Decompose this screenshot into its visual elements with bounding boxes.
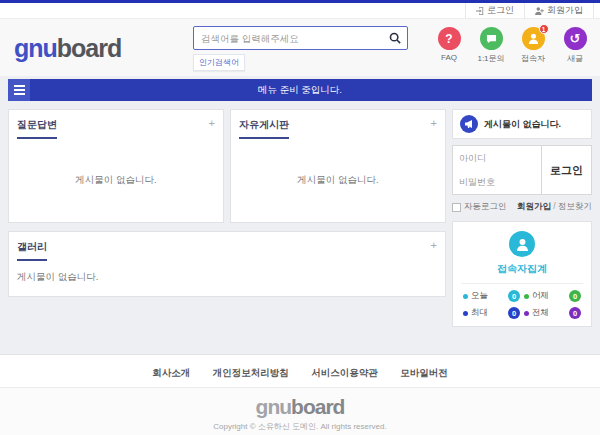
copyright-text: Copyright © 소유하신 도메인. All rights reserve… bbox=[0, 421, 600, 432]
visitor-stats-grid: 오늘 0 어제 0 최대 0 전체 0 bbox=[453, 290, 591, 319]
max-dot bbox=[463, 311, 468, 316]
free-board-title[interactable]: 자유게시판 bbox=[239, 118, 289, 139]
visitor-icon: 1 bbox=[522, 27, 545, 50]
hamburger-menu-button[interactable] bbox=[8, 79, 30, 101]
topbar: 로그인 회원가입 bbox=[0, 3, 600, 19]
login-label: 로그인 bbox=[487, 4, 514, 17]
total-value: 0 bbox=[569, 307, 581, 319]
left-column: 질문답변 + 게시물이 없습니다. 자유게시판 + 게시물이 없습니다. 갤러리 bbox=[8, 109, 446, 297]
gallery-empty-text: 게시물이 없습니다. bbox=[9, 261, 445, 296]
free-board-empty-text: 게시물이 없습니다. bbox=[231, 139, 445, 222]
visitor-stats-box: 접속자집계 오늘 0 어제 0 최대 0 bbox=[452, 221, 592, 327]
free-board-more-button[interactable]: + bbox=[431, 118, 437, 128]
max-value: 0 bbox=[508, 307, 520, 319]
widget-qna: 질문답변 + 게시물이 없습니다. bbox=[8, 109, 224, 223]
stat-max: 최대 0 bbox=[461, 307, 522, 319]
sign-in-icon bbox=[476, 7, 484, 15]
person-glyph bbox=[528, 33, 539, 44]
member-links: 회원가입 / 정보찾기 bbox=[517, 201, 592, 213]
quick-menu: ? FAQ 1:1문의 1 접속자 ↺ 새글 bbox=[432, 27, 592, 64]
footer-logo-suffix: board bbox=[291, 395, 344, 418]
quick-faq[interactable]: ? FAQ bbox=[432, 27, 466, 64]
footer-link-terms[interactable]: 서비스이용약관 bbox=[311, 367, 378, 378]
qna-title[interactable]: 질문답변 bbox=[17, 118, 57, 139]
user-plus-icon bbox=[535, 7, 544, 15]
spacer bbox=[0, 335, 600, 354]
login-link[interactable]: 로그인 bbox=[465, 3, 524, 18]
popular-keywords-button[interactable]: 인기검색어 bbox=[193, 54, 245, 71]
notice-text: 게시물이 없습니다. bbox=[484, 118, 561, 131]
search-box bbox=[193, 26, 408, 50]
person-glyph bbox=[516, 238, 529, 251]
today-value: 0 bbox=[508, 290, 520, 302]
visitor-stats-icon bbox=[509, 231, 535, 257]
footer: gnuboard Copyright © 소유하신 도메인. All right… bbox=[0, 388, 600, 435]
qna-more-button[interactable]: + bbox=[209, 118, 215, 128]
faq-glyph: ? bbox=[445, 32, 452, 46]
auto-login-checkbox-row[interactable]: 자동로그인 bbox=[452, 201, 507, 213]
today-dot bbox=[463, 294, 468, 299]
logo-suffix: board bbox=[57, 34, 121, 62]
faq-icon: ? bbox=[438, 27, 461, 50]
search-button[interactable] bbox=[383, 27, 407, 49]
search-input[interactable] bbox=[194, 33, 383, 44]
quick-new-posts-label: 새글 bbox=[567, 53, 583, 64]
widget-free-board: 자유게시판 + 게시물이 없습니다. bbox=[230, 109, 446, 223]
footer-link-privacy[interactable]: 개인정보처리방침 bbox=[213, 367, 289, 378]
stat-total: 전체 0 bbox=[522, 307, 583, 319]
quick-inquiry[interactable]: 1:1문의 bbox=[474, 27, 508, 64]
quick-new-posts[interactable]: ↺ 새글 bbox=[558, 27, 592, 64]
footer-link-mobile[interactable]: 모바일버전 bbox=[400, 367, 448, 378]
total-dot bbox=[524, 311, 529, 316]
history-arrow-icon: ↺ bbox=[564, 27, 587, 50]
divider bbox=[461, 283, 583, 284]
site-logo[interactable]: gnuboard bbox=[14, 34, 121, 63]
qna-empty-text: 게시물이 없습니다. bbox=[9, 139, 223, 222]
footer-links-bar: 회사소개 개인정보처리방침 서비스이용약관 모바일버전 bbox=[0, 354, 600, 388]
search-icon bbox=[389, 32, 401, 44]
quick-visitors[interactable]: 1 접속자 bbox=[516, 27, 550, 64]
signup-label: 회원가입 bbox=[547, 4, 583, 17]
login-password-field[interactable] bbox=[453, 170, 541, 194]
find-info-link[interactable]: 정보찾기 bbox=[558, 201, 592, 211]
visitor-stats-title: 접속자집계 bbox=[453, 262, 591, 276]
footer-logo-prefix: gnu bbox=[256, 395, 291, 418]
yesterday-value: 0 bbox=[569, 290, 581, 302]
content: 질문답변 + 게시물이 없습니다. 자유게시판 + 게시물이 없습니다. 갤러리 bbox=[0, 101, 600, 335]
today-label: 오늘 bbox=[471, 290, 488, 302]
signup-link[interactable]: 회원가입 bbox=[524, 3, 594, 18]
yesterday-dot bbox=[524, 294, 529, 299]
notice-box[interactable]: 게시물이 없습니다. bbox=[452, 109, 592, 139]
max-label: 최대 bbox=[471, 307, 488, 319]
stat-today: 오늘 0 bbox=[461, 290, 522, 302]
footer-link-company[interactable]: 회사소개 bbox=[152, 367, 190, 378]
login-id-field[interactable] bbox=[453, 146, 541, 170]
menubar-message: 메뉴 준비 중입니다. bbox=[258, 84, 342, 97]
auto-login-checkbox[interactable] bbox=[452, 203, 461, 212]
signup-link-small[interactable]: 회원가입 bbox=[517, 201, 551, 211]
total-label: 전체 bbox=[532, 307, 549, 319]
header: gnuboard 인기검색어 ? FAQ 1:1문의 1 접속자 bbox=[0, 19, 600, 76]
logo-prefix: gnu bbox=[14, 34, 57, 62]
yesterday-label: 어제 bbox=[532, 290, 549, 302]
board-widgets-row: 질문답변 + 게시물이 없습니다. 자유게시판 + 게시물이 없습니다. bbox=[8, 109, 446, 223]
quick-inquiry-label: 1:1문의 bbox=[477, 53, 504, 64]
chat-bubble-icon bbox=[480, 27, 503, 50]
stat-yesterday: 어제 0 bbox=[522, 290, 583, 302]
widget-gallery: 갤러리 + 게시물이 없습니다. bbox=[8, 231, 446, 297]
sidebar: 게시물이 없습니다. 로그인 자동로그인 회원가입 / 정보찾기 bbox=[452, 109, 592, 327]
login-options-row: 자동로그인 회원가입 / 정보찾기 bbox=[452, 201, 592, 213]
gallery-title[interactable]: 갤러리 bbox=[17, 240, 47, 261]
auto-login-label: 자동로그인 bbox=[464, 201, 507, 213]
links-separator: / bbox=[553, 201, 555, 211]
gallery-more-button[interactable]: + bbox=[431, 240, 437, 250]
quick-visitors-label: 접속자 bbox=[521, 53, 545, 64]
megaphone-icon bbox=[460, 115, 478, 133]
quick-faq-label: FAQ bbox=[441, 53, 457, 62]
search-area: 인기검색어 bbox=[193, 26, 408, 71]
footer-logo: gnuboard bbox=[0, 395, 600, 419]
visitor-count-badge: 1 bbox=[539, 24, 549, 34]
login-button[interactable]: 로그인 bbox=[541, 146, 591, 194]
main-menubar: 메뉴 준비 중입니다. bbox=[8, 79, 592, 101]
login-form: 로그인 bbox=[452, 145, 592, 195]
